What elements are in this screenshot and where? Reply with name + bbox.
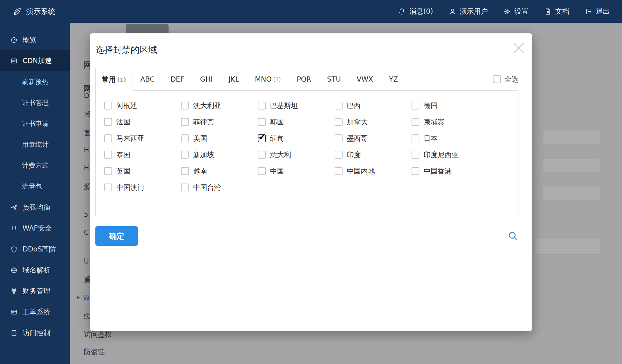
sidebar-item-finance[interactable]: ¥财务管理 bbox=[0, 281, 70, 302]
region-item[interactable]: 新加坡 bbox=[181, 150, 258, 160]
checkbox[interactable] bbox=[412, 151, 419, 159]
tab-pqr[interactable]: PQR bbox=[289, 68, 319, 90]
tab-def[interactable]: DEF bbox=[162, 68, 192, 90]
region-item[interactable]: 印度尼西亚 bbox=[412, 150, 488, 160]
tab-jkl[interactable]: JKL bbox=[221, 68, 247, 90]
tab-mno[interactable]: MNO(1) bbox=[247, 68, 289, 90]
yen-icon: ¥ bbox=[10, 288, 18, 295]
sidebar-item-usage-stats[interactable]: 用量统计 bbox=[0, 134, 70, 155]
checkbox[interactable] bbox=[412, 102, 419, 110]
sidebar-item-label: 用量统计 bbox=[22, 140, 49, 149]
topbar-item-user[interactable]: 演示用户 bbox=[449, 7, 488, 16]
gear-icon bbox=[504, 8, 511, 15]
sidebar-item-dns[interactable]: 域名解析 bbox=[0, 260, 70, 281]
brand[interactable]: 演示系统 bbox=[13, 7, 55, 16]
sidebar-item-tickets[interactable]: 工单系统 bbox=[0, 302, 70, 322]
checkbox[interactable] bbox=[104, 167, 112, 175]
region-item[interactable]: 中国澳门 bbox=[104, 183, 181, 192]
cdn-icon bbox=[10, 57, 18, 65]
region-item[interactable]: ✔缅甸 bbox=[258, 134, 335, 143]
tab-ghi[interactable]: GHI bbox=[192, 68, 221, 90]
region-item[interactable]: 马来西亚 bbox=[104, 134, 181, 143]
region-item[interactable]: 印度 bbox=[335, 150, 412, 160]
checkbox[interactable] bbox=[181, 118, 189, 126]
checkbox[interactable] bbox=[181, 151, 189, 159]
checkbox[interactable] bbox=[104, 102, 112, 110]
select-all[interactable]: 全选 bbox=[493, 75, 518, 84]
region-item[interactable]: 加拿大 bbox=[335, 117, 412, 127]
sidebar-item-cdn[interactable]: CDN加速 bbox=[0, 50, 70, 71]
region-item[interactable]: 中国内地 bbox=[335, 167, 412, 176]
topbar-item-logout[interactable]: 退出 bbox=[585, 7, 610, 16]
topbar-item-docs[interactable]: 文档 bbox=[544, 7, 569, 16]
checkbox[interactable] bbox=[104, 151, 112, 159]
tab-abc[interactable]: ABC bbox=[132, 68, 162, 90]
region-item[interactable]: 美国 bbox=[181, 134, 258, 143]
checkbox[interactable] bbox=[104, 134, 112, 142]
checkbox[interactable] bbox=[181, 134, 189, 142]
region-item[interactable]: 阿根廷 bbox=[104, 101, 181, 110]
modal-title: 选择封禁的区域 bbox=[95, 44, 518, 56]
search-icon[interactable] bbox=[508, 231, 518, 241]
checkbox[interactable] bbox=[335, 102, 343, 110]
sidebar-item-load-balance[interactable]: 负载均衡 bbox=[0, 197, 70, 218]
checkbox[interactable] bbox=[181, 102, 189, 110]
region-item[interactable]: 墨西哥 bbox=[335, 134, 412, 143]
region-item[interactable]: 巴西 bbox=[335, 101, 412, 110]
tab-yz[interactable]: YZ bbox=[381, 68, 406, 90]
checkbox[interactable] bbox=[335, 118, 343, 126]
sidebar-item-ddos[interactable]: DDoS高防 bbox=[0, 239, 70, 260]
checkbox[interactable] bbox=[335, 134, 343, 142]
sidebar-item-label: 访问控制 bbox=[22, 328, 50, 338]
checkbox[interactable] bbox=[181, 167, 189, 175]
region-item[interactable]: 意大利 bbox=[258, 150, 335, 160]
region-item[interactable]: 中国 bbox=[258, 167, 335, 176]
checkbox[interactable] bbox=[412, 167, 419, 175]
region-item[interactable]: 中国香港 bbox=[412, 167, 488, 176]
sidebar-item-overview[interactable]: 概览 bbox=[0, 29, 70, 50]
region-item[interactable]: 越南 bbox=[181, 167, 258, 176]
tab-common[interactable]: 常用(1) bbox=[95, 68, 132, 91]
modal-footer: 确定 bbox=[95, 226, 518, 246]
tab-count: (1) bbox=[117, 76, 126, 83]
sidebar-item-billing[interactable]: 计费方式 bbox=[0, 155, 70, 176]
checkbox[interactable] bbox=[104, 184, 112, 191]
region-item[interactable]: 柬埔寨 bbox=[412, 117, 488, 127]
checkbox[interactable] bbox=[181, 184, 189, 191]
sidebar-item-access-control[interactable]: 访问控制 bbox=[0, 322, 70, 343]
checkbox[interactable] bbox=[258, 151, 266, 159]
region-item[interactable]: 巴基斯坦 bbox=[258, 101, 335, 110]
checkbox[interactable] bbox=[335, 151, 343, 159]
region-item[interactable]: 德国 bbox=[412, 101, 488, 110]
sidebar-item-traffic-pack[interactable]: 流量包 bbox=[0, 176, 70, 197]
checkbox[interactable] bbox=[258, 167, 266, 175]
region-item[interactable]: 法国 bbox=[104, 117, 181, 127]
sidebar-item-cert-manage[interactable]: 证书管理 bbox=[0, 92, 70, 113]
checkbox[interactable] bbox=[412, 118, 419, 126]
region-item[interactable]: 中国台湾 bbox=[181, 183, 258, 192]
plane-icon bbox=[10, 204, 18, 211]
topbar-item-settings[interactable]: 设置 bbox=[504, 7, 528, 16]
checkbox[interactable] bbox=[412, 134, 419, 142]
checkbox[interactable] bbox=[258, 102, 266, 110]
region-item[interactable]: 泰国 bbox=[104, 150, 181, 160]
confirm-button[interactable]: 确定 bbox=[95, 226, 138, 246]
tab-vwx[interactable]: VWX bbox=[349, 68, 381, 90]
checkbox[interactable] bbox=[104, 118, 112, 126]
select-all-checkbox[interactable] bbox=[493, 75, 501, 83]
topbar-item-messages[interactable]: 消息(0) bbox=[398, 7, 433, 16]
sidebar-item-cert-apply[interactable]: 证书申请 bbox=[0, 113, 70, 134]
region-item[interactable]: 澳大利亚 bbox=[181, 101, 258, 110]
region-item[interactable]: 菲律宾 bbox=[181, 117, 258, 127]
checkbox[interactable] bbox=[258, 118, 266, 126]
region-label: 印度尼西亚 bbox=[424, 150, 459, 160]
region-item[interactable]: 英国 bbox=[104, 167, 181, 176]
region-item[interactable]: 日本 bbox=[412, 134, 488, 143]
tab-stu[interactable]: STU bbox=[319, 68, 349, 90]
checkbox-checked[interactable]: ✔ bbox=[258, 134, 266, 142]
region-item[interactable]: 韩国 bbox=[258, 117, 335, 127]
sidebar-item-refresh-preheat[interactable]: 刷新预热 bbox=[0, 71, 70, 92]
close-icon[interactable] bbox=[512, 41, 525, 55]
sidebar-item-waf[interactable]: WAF安全 bbox=[0, 218, 70, 239]
checkbox[interactable] bbox=[335, 167, 343, 175]
